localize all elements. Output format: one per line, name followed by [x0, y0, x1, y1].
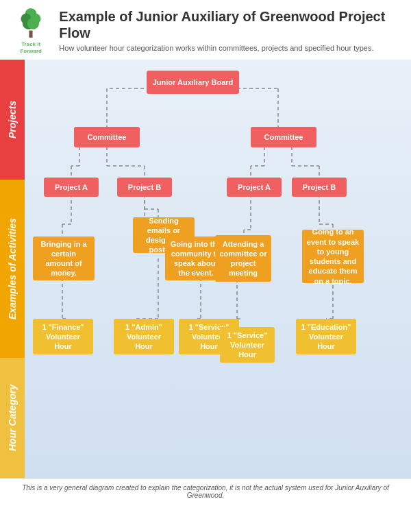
- header-text: Example of Junior Auxiliary of Greenwood…: [59, 8, 400, 52]
- footer-text: This is a very general diagram created t…: [22, 484, 388, 499]
- diagram-area: Junior Auxiliary Board Committee Committ…: [25, 60, 411, 478]
- projectA1-node: Project A: [44, 178, 99, 197]
- hour4-node: 1 "Service" Volunteer Hour: [220, 327, 275, 363]
- tree-icon: [14, 8, 47, 41]
- committee1-node: Committee: [74, 127, 140, 147]
- activity1-node: Bringing in a certain amount of money.: [33, 237, 95, 280]
- committee2-node: Committee: [251, 127, 316, 147]
- board-node: Junior Auxiliary Board: [147, 71, 239, 94]
- page-subtitle: How volunteer hour categorization works …: [59, 44, 400, 52]
- hour2-node: 1 "Admin" Volunteer Hour: [114, 319, 174, 354]
- hour1-node: 1 "Finance" Volunteer Hour: [33, 319, 93, 354]
- logo-area: Track It Forward: [11, 8, 51, 54]
- activity4-node: Attending a committee or project meeting: [215, 235, 271, 282]
- projectB1-node: Project B: [117, 178, 172, 197]
- projectA2-node: Project A: [227, 178, 282, 197]
- label-hour: Hour Category: [0, 358, 25, 478]
- activity5-node: Going to an event to speak to young stud…: [302, 230, 364, 283]
- hour5-node: 1 "Education" Volunteer Hour: [296, 319, 356, 354]
- projectB2-node: Project B: [292, 178, 347, 197]
- svg-point-4: [27, 18, 39, 29]
- header: Track It Forward Example of Junior Auxil…: [0, 0, 411, 60]
- label-activities: Examples of Activities: [0, 180, 25, 358]
- label-projects: Projects: [0, 60, 25, 180]
- logo-text: Track It Forward: [11, 41, 51, 54]
- svg-rect-5: [29, 31, 33, 38]
- footer: This is a very general diagram created t…: [0, 478, 411, 505]
- page-title: Example of Junior Auxiliary of Greenwood…: [59, 8, 400, 41]
- main-layout: Projects Examples of Activities Hour Cat…: [0, 60, 411, 478]
- left-labels: Projects Examples of Activities Hour Cat…: [0, 60, 25, 478]
